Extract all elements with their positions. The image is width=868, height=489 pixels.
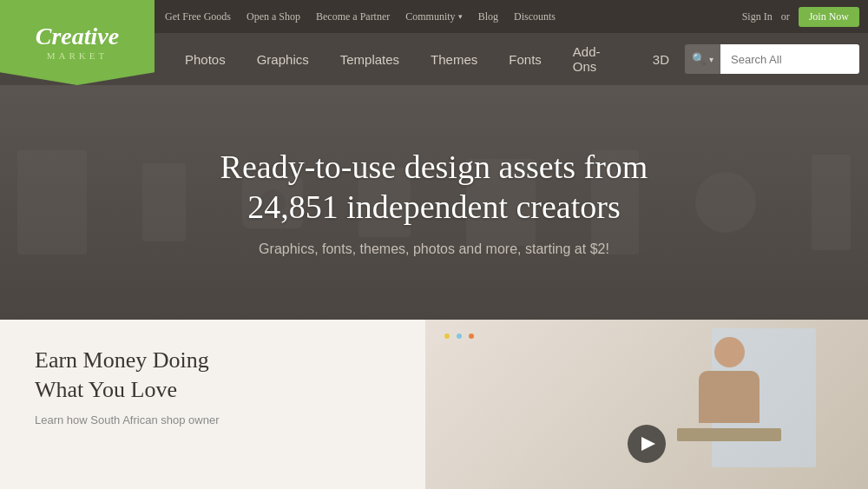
search-dropdown-button[interactable]: 🔍 ▾ [685, 44, 720, 74]
earn-description: Learn how South African shop owner [35, 413, 391, 426]
illus-block-2 [142, 163, 186, 241]
search-input[interactable] [720, 44, 859, 74]
nav-graphics[interactable]: Graphics [241, 33, 325, 85]
nav-photos[interactable]: Photos [169, 33, 241, 85]
hero-title-line2: 24,851 independent creators [247, 188, 620, 225]
community-link[interactable]: Community ▾ [405, 10, 462, 23]
dot-blue [457, 334, 462, 339]
person-body [699, 371, 760, 423]
community-dropdown-icon: ▾ [458, 12, 463, 21]
bottom-section: Earn Money Doing What You Love Learn how… [0, 320, 868, 489]
person-head [714, 337, 745, 367]
blog-link[interactable]: Blog [478, 10, 498, 23]
hero-section: Ready-to-use design assets from 24,851 i… [0, 85, 868, 320]
top-bar-right: Sign In or Join Now [742, 7, 859, 27]
hero-subtitle: Graphics, fonts, themes, photos and more… [220, 241, 648, 257]
video-play-button[interactable] [628, 425, 666, 463]
earn-title: Earn Money Doing What You Love [35, 346, 391, 405]
get-free-goods-link[interactable]: Get Free Goods [165, 10, 231, 23]
search-area: 🔍 ▾ [685, 44, 859, 74]
search-icon: 🔍 [692, 52, 706, 66]
hero-title: Ready-to-use design assets from 24,851 i… [220, 148, 648, 227]
illus-block-6 [812, 155, 851, 250]
open-shop-link[interactable]: Open a Shop [247, 10, 300, 23]
earn-title-line1: Earn Money Doing [35, 347, 209, 373]
nav-addons[interactable]: Add-Ons [557, 33, 637, 85]
person-silhouette [677, 337, 781, 459]
hero-title-line1: Ready-to-use design assets from [220, 149, 648, 185]
desk [677, 428, 781, 441]
illus-circle [695, 172, 756, 233]
nav-themes[interactable]: Themes [415, 33, 493, 85]
logo[interactable]: Creative MARKET [0, 0, 155, 85]
decorative-dots [443, 328, 476, 344]
or-label: or [781, 10, 790, 23]
dot-orange [469, 334, 474, 339]
main-nav: Creative MARKET Photos Graphics Template… [0, 33, 868, 85]
nav-fonts[interactable]: Fonts [493, 33, 557, 85]
earn-title-line2: What You Love [35, 377, 177, 402]
dot-yellow [444, 334, 450, 339]
illus-book [17, 150, 87, 254]
hero-content: Ready-to-use design assets from 24,851 i… [220, 148, 648, 256]
signin-link[interactable]: Sign In [742, 10, 773, 23]
search-dropdown-icon: ▾ [709, 55, 713, 64]
discounts-link[interactable]: Discounts [514, 10, 556, 23]
video-background [425, 320, 868, 489]
join-now-button[interactable]: Join Now [799, 7, 859, 27]
earn-money-section: Earn Money Doing What You Love Learn how… [0, 320, 425, 489]
become-partner-link[interactable]: Become a Partner [316, 10, 390, 23]
nav-templates[interactable]: Templates [325, 33, 415, 85]
main-navigation: Photos Graphics Templates Themes Fonts A… [169, 33, 685, 85]
video-section[interactable] [425, 320, 868, 489]
nav-3d[interactable]: 3D [637, 33, 685, 85]
logo-market: MARKET [47, 50, 108, 61]
logo-creative: Creative [36, 24, 119, 49]
